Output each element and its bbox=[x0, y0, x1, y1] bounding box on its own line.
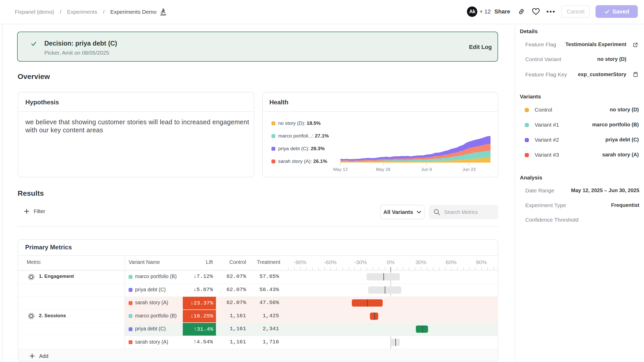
svg-text:May 26: May 26 bbox=[376, 167, 390, 172]
svg-text:Jun 23: Jun 23 bbox=[462, 167, 475, 172]
svg-text:May 12: May 12 bbox=[333, 167, 348, 172]
svg-text:Jun 9: Jun 9 bbox=[421, 167, 432, 172]
